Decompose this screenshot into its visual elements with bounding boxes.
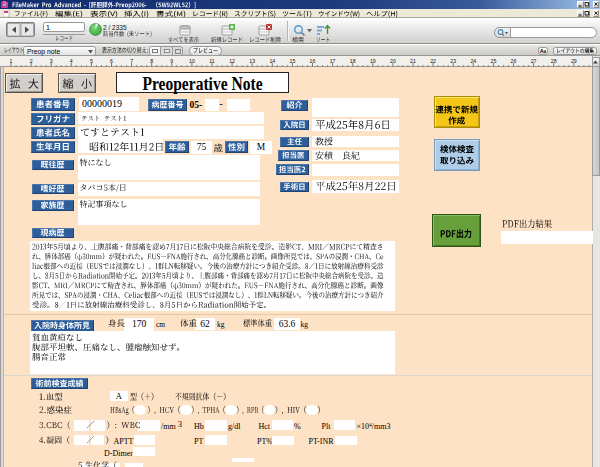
- svg-text:28: 28: [551, 58, 557, 64]
- svg-text:12: 12: [229, 58, 235, 64]
- svg-text:5: 5: [90, 58, 93, 64]
- svg-text:16: 16: [310, 58, 316, 64]
- svg-text:4: 4: [70, 58, 73, 64]
- svg-text:22: 22: [430, 58, 436, 64]
- svg-text:19: 19: [370, 58, 376, 64]
- svg-text:2: 2: [30, 58, 33, 64]
- svg-text:1: 1: [10, 58, 13, 64]
- svg-text:11: 11: [209, 58, 214, 64]
- svg-text:21: 21: [410, 58, 416, 64]
- svg-text:7: 7: [130, 58, 133, 64]
- svg-text:13: 13: [249, 58, 255, 64]
- svg-text:25: 25: [491, 58, 497, 64]
- svg-text:29: 29: [571, 58, 577, 64]
- svg-text:18: 18: [350, 58, 356, 64]
- svg-text:6: 6: [110, 58, 113, 64]
- svg-text:14: 14: [269, 58, 275, 64]
- svg-text:10: 10: [189, 58, 195, 64]
- svg-text:20: 20: [390, 58, 396, 64]
- svg-text:23: 23: [450, 58, 456, 64]
- svg-text:17: 17: [330, 58, 336, 64]
- svg-text:9: 9: [170, 58, 173, 64]
- svg-text:8: 8: [150, 58, 153, 64]
- svg-text:3: 3: [50, 58, 53, 64]
- svg-text:27: 27: [531, 58, 537, 64]
- svg-text:15: 15: [290, 58, 296, 64]
- svg-text:24: 24: [470, 58, 476, 64]
- svg-text:26: 26: [511, 58, 517, 64]
